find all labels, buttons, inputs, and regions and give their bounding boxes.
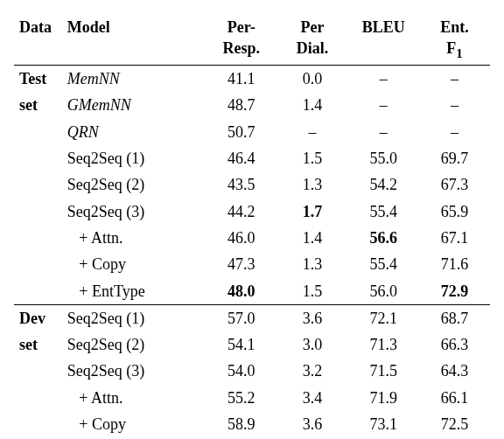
bleu-cell: 54.2 xyxy=(348,171,419,198)
model-cell: Seq2Seq (2) xyxy=(62,331,206,358)
entf1-cell: 66.1 xyxy=(419,385,490,411)
data-label-cell: set xyxy=(14,331,62,358)
table-row: + Attn.55.23.471.966.1 xyxy=(14,385,490,411)
model-cell: + Attn. xyxy=(62,385,206,411)
per-resp-cell: 46.0 xyxy=(206,225,276,251)
data-label-cell xyxy=(14,251,62,277)
bleu-cell: 56.0 xyxy=(348,278,419,305)
table-row: setGMemNN48.71.4–– xyxy=(14,92,490,118)
entf1-cell: 69.7 xyxy=(419,145,490,171)
entf1-cell: 68.7 xyxy=(419,304,490,331)
data-label-cell xyxy=(14,225,62,251)
model-cell: Seq2Seq (1) xyxy=(62,304,206,331)
model-cell: Seq2Seq (3) xyxy=(62,199,206,225)
bleu-cell: 73.1 xyxy=(348,411,419,437)
data-label-cell: set xyxy=(14,92,62,118)
table-row: QRN50.7––– xyxy=(14,119,490,145)
entf1-cell: 66.3 xyxy=(419,331,490,358)
data-label-cell xyxy=(14,171,62,198)
table-row: + Copy47.31.355.471.6 xyxy=(14,251,490,277)
model-cell: Seq2Seq (3) xyxy=(62,358,206,384)
data-label-cell xyxy=(14,358,62,384)
per-dial-cell: – xyxy=(276,119,347,145)
data-label-cell xyxy=(14,199,62,225)
model-cell: + EntType xyxy=(62,278,206,305)
entf1-cell: – xyxy=(419,92,490,118)
per-resp-cell: 50.7 xyxy=(206,119,276,145)
model-cell: Seq2Seq (2) xyxy=(62,171,206,198)
per-resp-cell: 41.1 xyxy=(206,66,276,93)
table-body: TestMemNN41.10.0––setGMemNN48.71.4––QRN5… xyxy=(14,66,490,439)
bleu-cell: 71.5 xyxy=(348,358,419,384)
per-dial-cell: 1.7 xyxy=(276,199,347,225)
entf1-cell: 64.3 xyxy=(419,358,490,384)
bleu-cell: – xyxy=(348,66,419,93)
bleu-cell: – xyxy=(348,119,419,145)
entf1-cell: 67.3 xyxy=(419,171,490,198)
per-resp-cell: 48.0 xyxy=(206,278,276,305)
data-label-cell xyxy=(14,119,62,145)
per-resp-cell: 54.1 xyxy=(206,331,276,358)
data-label-cell xyxy=(14,411,62,437)
per-dial-cell: 3.6 xyxy=(276,411,347,437)
entf1-cell: 72.9 xyxy=(419,278,490,305)
model-cell: + Attn. xyxy=(62,225,206,251)
data-label-cell: Test xyxy=(14,66,62,93)
per-resp-cell: 55.2 xyxy=(206,385,276,411)
per-dial-cell: 3.4 xyxy=(276,385,347,411)
entf1-cell: – xyxy=(419,119,490,145)
bleu-cell: 55.0 xyxy=(348,145,419,171)
model-cell: QRN xyxy=(62,119,206,145)
data-label-cell xyxy=(14,145,62,171)
per-dial-cell: 0.0 xyxy=(276,66,347,93)
col-per-resp: Per-Resp. xyxy=(206,14,276,66)
model-cell: + Copy xyxy=(62,251,206,277)
per-dial-cell: 3.0 xyxy=(276,331,347,358)
table-row: Seq2Seq (1)46.41.555.069.7 xyxy=(14,145,490,171)
per-dial-cell: 1.3 xyxy=(276,171,347,198)
per-resp-cell: 44.2 xyxy=(206,199,276,225)
per-dial-cell: 3.2 xyxy=(276,358,347,384)
bleu-cell: 71.9 xyxy=(348,385,419,411)
table-row: + Copy58.93.673.172.5 xyxy=(14,411,490,437)
model-cell: Seq2Seq (1) xyxy=(62,145,206,171)
per-resp-cell: 48.7 xyxy=(206,92,276,118)
data-label-cell xyxy=(14,278,62,305)
table-row: setSeq2Seq (2)54.13.071.366.3 xyxy=(14,331,490,358)
bleu-cell: – xyxy=(348,92,419,118)
table-row: + EntType48.01.556.072.9 xyxy=(14,278,490,305)
data-label-cell xyxy=(14,385,62,411)
bleu-cell: 55.4 xyxy=(348,251,419,277)
per-resp-cell: 46.4 xyxy=(206,145,276,171)
per-dial-cell: 3.6 xyxy=(276,304,347,331)
entf1-cell: 72.5 xyxy=(419,411,490,437)
per-resp-cell: 43.5 xyxy=(206,171,276,198)
per-resp-cell: 54.0 xyxy=(206,358,276,384)
entf1-cell: – xyxy=(419,66,490,93)
table-row: + Attn.46.01.456.667.1 xyxy=(14,225,490,251)
per-resp-cell: 47.3 xyxy=(206,251,276,277)
table-row: Seq2Seq (2)43.51.354.267.3 xyxy=(14,171,490,198)
entf1-cell: 65.9 xyxy=(419,199,490,225)
per-dial-cell: 1.3 xyxy=(276,251,347,277)
per-dial-cell: 1.4 xyxy=(276,225,347,251)
entf1-cell: 71.6 xyxy=(419,251,490,277)
data-label-cell: Dev xyxy=(14,304,62,331)
per-dial-cell: 1.5 xyxy=(276,145,347,171)
bleu-cell: 72.1 xyxy=(348,304,419,331)
col-entf1: Ent.F1 xyxy=(419,14,490,66)
bleu-cell: 56.6 xyxy=(348,225,419,251)
model-cell: + Copy xyxy=(62,411,206,437)
table-row: Seq2Seq (3)44.21.755.465.9 xyxy=(14,199,490,225)
model-cell: GMemNN xyxy=(62,92,206,118)
table-row: DevSeq2Seq (1)57.03.672.168.7 xyxy=(14,304,490,331)
per-dial-cell: 1.4 xyxy=(276,92,347,118)
per-resp-cell: 58.9 xyxy=(206,411,276,437)
table-row: TestMemNN41.10.0–– xyxy=(14,66,490,93)
header-row: Data Model Per-Resp. PerDial. BLEU Ent.F… xyxy=(14,14,490,66)
bleu-cell: 55.4 xyxy=(348,199,419,225)
per-dial-cell: 1.5 xyxy=(276,278,347,305)
col-data: Data xyxy=(14,14,62,66)
table-row: Seq2Seq (3)54.03.271.564.3 xyxy=(14,358,490,384)
col-model: Model xyxy=(62,14,206,66)
